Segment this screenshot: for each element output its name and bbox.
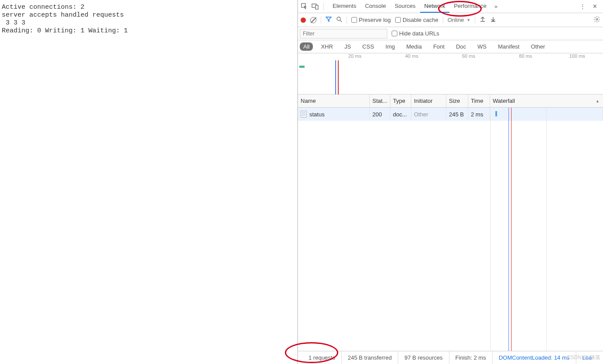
status-line-3: 3 3 3 <box>2 19 25 27</box>
throttling-value: Online <box>448 17 464 23</box>
type-ws[interactable]: WS <box>474 42 490 51</box>
upload-har-icon[interactable] <box>480 16 486 24</box>
tab-sources[interactable]: Sources <box>390 0 420 13</box>
hide-data-urls-label: Hide data URLs <box>399 30 439 37</box>
type-font[interactable]: Font <box>430 42 448 51</box>
chevron-down-icon: ▼ <box>466 18 470 22</box>
cell-status: 200 <box>370 108 390 121</box>
tab-console[interactable]: Console <box>361 0 390 13</box>
devtools-tabbar: Elements Console Sources Network Perform… <box>298 0 603 13</box>
inspect-icon[interactable] <box>301 3 309 10</box>
col-name[interactable]: Name <box>298 94 370 107</box>
separator <box>321 17 321 24</box>
separator <box>323 3 324 10</box>
col-size[interactable]: Size <box>446 94 468 107</box>
tick-80ms: 80 ms <box>519 53 532 59</box>
col-waterfall[interactable]: Waterfall▲ <box>490 94 603 107</box>
type-xhr[interactable]: XHR <box>317 42 336 51</box>
search-icon[interactable] <box>336 16 342 24</box>
summary-transferred: 245 B transferred <box>342 351 398 364</box>
cell-name: status <box>298 108 370 121</box>
col-type[interactable]: Type <box>390 94 411 107</box>
network-toolbar: Preserve log Disable cache Online▼ <box>298 13 603 27</box>
svg-line-4 <box>340 20 342 22</box>
download-har-icon[interactable] <box>490 16 496 24</box>
sort-indicator-icon: ▲ <box>596 99 599 103</box>
hide-data-urls-checkbox[interactable]: Hide data URLs <box>392 30 439 37</box>
tab-elements[interactable]: Elements <box>328 0 361 13</box>
col-time[interactable]: Time <box>468 94 490 107</box>
clear-button[interactable] <box>310 17 316 23</box>
type-other[interactable]: Other <box>527 42 549 51</box>
device-toggle-icon[interactable] <box>311 3 319 10</box>
summary-requests: 1 requests <box>302 351 342 364</box>
tick-40ms: 40 ms <box>405 53 418 59</box>
waterfall-grid <box>490 108 603 351</box>
svg-point-5 <box>596 18 598 20</box>
separator <box>347 17 347 24</box>
request-type-filters: All XHR JS CSS Img Media Font Doc WS Man… <box>298 40 603 53</box>
record-button[interactable] <box>301 18 306 23</box>
preserve-log-checkbox[interactable]: Preserve log <box>351 17 391 23</box>
summary-resources: 97 B resources <box>398 351 449 364</box>
network-table-body: status 200 doc... Other 245 B 2 ms <box>298 108 603 351</box>
tab-performance[interactable]: Performance <box>449 0 491 13</box>
svg-rect-6 <box>299 66 305 68</box>
tick-100ms: 100 ms <box>569 53 585 59</box>
network-table-header: Name Stat... Type Initiator Size Time Wa… <box>298 94 603 108</box>
type-media[interactable]: Media <box>403 42 425 51</box>
tick-20ms: 20 ms <box>348 53 361 59</box>
cell-time: 2 ms <box>468 108 490 121</box>
status-line-1: Active connections: 2 <box>2 4 84 11</box>
summary-finish: Finish: 2 ms <box>449 351 493 364</box>
network-summary: 1 requests 245 B transferred 97 B resour… <box>298 351 603 364</box>
summary-load[interactable]: Loa <box>576 351 592 364</box>
svg-rect-2 <box>316 5 318 9</box>
type-js[interactable]: JS <box>341 42 354 51</box>
more-tabs-icon[interactable]: » <box>491 3 501 10</box>
kebab-menu-icon[interactable]: ⋮ <box>578 3 586 10</box>
type-manifest[interactable]: Manifest <box>494 42 523 51</box>
type-all[interactable]: All <box>300 42 313 51</box>
summary-domcontentloaded[interactable]: DOMContentLoaded: 14 ms <box>493 351 576 364</box>
close-devtools-icon[interactable]: ✕ <box>591 3 599 10</box>
document-icon <box>301 111 307 118</box>
throttling-select[interactable]: Online▼ <box>448 17 471 23</box>
cell-initiator: Other <box>411 108 446 121</box>
disable-cache-label: Disable cache <box>403 17 438 23</box>
status-line-2: server accepts handled requests <box>2 11 124 19</box>
disable-cache-checkbox[interactable]: Disable cache <box>395 17 438 23</box>
col-initiator[interactable]: Initiator <box>411 94 446 107</box>
filter-row: Hide data URLs <box>298 27 603 40</box>
filter-toggle-icon[interactable] <box>326 16 332 24</box>
tab-network[interactable]: Network <box>420 0 450 13</box>
type-doc[interactable]: Doc <box>452 42 470 51</box>
status-line-4: Reading: 0 Writing: 1 Waiting: 1 <box>2 27 128 35</box>
tabs: Elements Console Sources Network Perform… <box>328 0 501 13</box>
preserve-log-label: Preserve log <box>359 17 391 23</box>
type-img[interactable]: Img <box>382 42 399 51</box>
page-content: Active connections: 2 server accepts han… <box>0 0 298 364</box>
separator <box>443 17 443 24</box>
filter-input[interactable] <box>300 29 387 38</box>
cell-type: doc... <box>390 108 411 121</box>
separator <box>475 17 475 24</box>
timeline-overview[interactable]: 20 ms 40 ms 60 ms 80 ms 100 ms <box>298 53 603 94</box>
col-status[interactable]: Stat... <box>370 94 390 107</box>
settings-gear-icon[interactable] <box>593 16 600 24</box>
cell-size: 245 B <box>446 108 468 121</box>
tick-60ms: 60 ms <box>462 53 475 59</box>
type-css[interactable]: CSS <box>359 42 378 51</box>
devtools-panel: Elements Console Sources Network Perform… <box>298 0 603 364</box>
svg-point-3 <box>337 17 340 21</box>
